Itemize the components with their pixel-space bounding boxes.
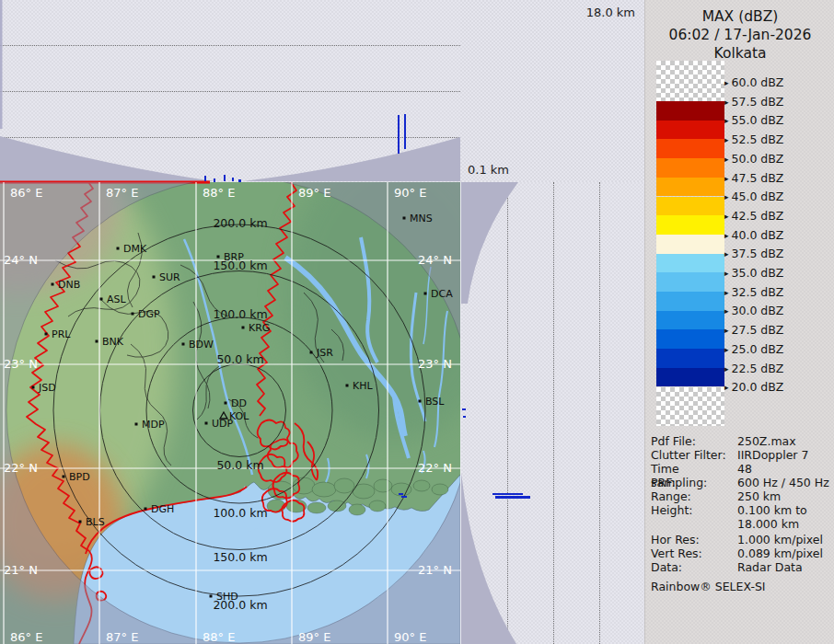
scale-overflow-band-bottom [656,387,724,426]
scale-color-band [656,329,724,349]
scale-tick-arrow-icon: ▸ [724,78,729,87]
city-label: KHL [353,380,373,392]
scale-tick-arrow-icon: ▸ [724,231,729,240]
longitude-label: 86° E [10,186,42,200]
metadata-row: Clutter Filter:IIRDoppler 7 [651,448,831,462]
right-panel-canvas [461,182,645,644]
longitude-label: 90° E [394,186,426,200]
city-label: BPD [69,471,90,483]
range-ring-label: 50.0 km [216,352,263,366]
latitude-label: 21° N [418,563,452,577]
city-label: DMK [123,243,147,255]
metadata-value: 250 km [737,489,781,503]
metadata-row: Pdf File:250Z.max [651,434,831,448]
radar-site-name: Kolkata [645,44,834,63]
top-height-cross-section-panel[interactable] [0,0,460,182]
radar-map-canvas: 86° E86° E87° E87° E88° E88° E89° E89° E… [0,182,460,644]
scale-color-band [656,197,724,216]
city-dot-icon [424,293,427,295]
longitude-label: 88° E [203,186,235,200]
radar-application-window: { "legend": { "title": "MAX (dBZ)", "dat… [0,0,834,644]
scale-tick-arrow-icon: ▸ [724,116,729,125]
latitude-label: 24° N [4,253,38,267]
city-label: DNB [58,279,80,291]
city-dot-icon [45,333,48,336]
product-datetime: 06:02 / 17-Jan-2026 [645,26,834,44]
city-dot-icon [225,402,227,405]
city-label: UDP [212,418,234,430]
metadata-row: Range:250 km [651,489,831,503]
right-panel-radar-echoes [462,408,530,499]
scale-threshold-label: ▸52.5 dBZ [724,133,783,146]
metadata-row: Hor Res:1.000 km/pixel [651,533,831,546]
city-label: BDW [189,339,214,351]
metadata-value: 0.089 km/pixel [737,546,823,560]
city-label: BNK [102,336,124,348]
city-label: DGP [138,308,160,320]
scale-tick-arrow-icon: ▸ [724,155,729,164]
city-label: MDP [142,419,165,431]
city-dot-icon [217,256,220,259]
city-label: BLS [86,516,105,528]
scale-color-band [656,292,724,311]
city-label: JSD [38,382,56,394]
scale-tick-arrow-icon: ▸ [724,306,729,316]
scale-color-band [656,368,724,387]
city-dot-icon [96,340,98,343]
radar-echo [232,178,234,181]
scale-color-band [656,158,724,178]
range-ring-label: 200.0 km [213,216,267,230]
radar-map-viewport[interactable]: 86° E86° E87° E87° E88° E88° E89° E89° E… [0,182,460,644]
scale-color-band [656,101,724,121]
metadata-row: Height:0.100 km to 18.000 km [651,503,831,531]
scale-threshold-label: ▸45.0 dBZ [724,190,783,203]
metadata-label: Data: [651,560,737,574]
height-axis-min-label: 0.1 km [468,163,509,177]
metadata-value: IIRDoppler 7 [737,448,808,462]
scale-threshold-label: ▸37.5 dBZ [724,247,783,260]
radar-echo [495,496,530,499]
city-dot-icon [205,422,208,425]
metadata-label: Clutter Filter: [651,448,737,462]
city-dot-icon [346,385,349,387]
scale-threshold-label: ▸25.0 dBZ [724,343,783,356]
radar-echo [399,493,403,495]
scale-overflow-band-top [656,61,724,101]
city-dot-icon [100,298,103,301]
scale-tick-arrow-icon: ▸ [724,269,729,278]
metadata-row: Vert Res:0.089 km/pixel [651,546,831,560]
metadata-value: 600 Hz / 450 Hz [737,476,829,489]
radar-echo [224,175,226,181]
beam-blind-wedge-top [461,182,518,304]
beam-blind-wedge-left [0,136,214,181]
scale-threshold-label: ▸40.0 dBZ [724,229,783,242]
metadata-value: 250Z.max [737,434,796,448]
scale-tick-arrow-icon: ▸ [724,98,729,107]
scale-tick-arrow-icon: ▸ [724,288,729,297]
scale-tick-arrow-icon: ▸ [724,326,729,335]
metadata-value: Radar Data [737,560,803,574]
city-label: DGH [151,503,174,515]
city-dot-icon [132,313,134,316]
metadata-label: Range: [651,489,737,503]
scale-color-band [656,121,724,140]
radar-echo [398,115,400,154]
right-height-cross-section-panel[interactable] [460,182,644,644]
software-branding: Rainbow® SELEX-SI [651,580,766,593]
scale-threshold-label: ▸30.0 dBZ [724,305,783,317]
city-dot-icon [79,521,82,523]
metadata-row: Data:Radar Data [651,560,831,574]
city-dot-icon [419,400,422,403]
city-dot-icon [182,343,185,346]
scale-tick-arrow-icon: ▸ [724,192,729,201]
scale-color-band [656,254,724,273]
scale-color-band [656,311,724,330]
beam-blind-wedge-right [243,137,460,181]
city-dot-icon [403,217,406,220]
metadata-label: Hor Res: [651,533,737,546]
city-dot-icon [52,283,54,286]
scale-threshold-label: ▸20.0 dBZ [724,381,783,394]
longitude-label: 89° E [298,630,330,644]
scale-tick-arrow-icon: ▸ [724,212,729,221]
city-label: DCA [431,288,453,300]
